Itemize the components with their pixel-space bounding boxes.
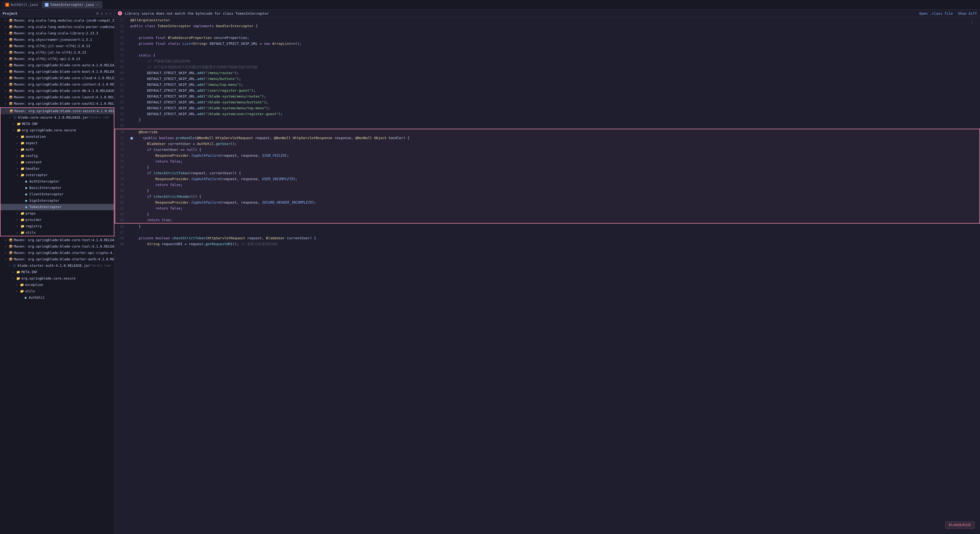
line-code-54[interactable]: private final BladeSecureProperties secu… (128, 35, 980, 41)
sidebar-item-meta-inf[interactable]: 📁 META-INF (0, 121, 114, 127)
tab-bar: J AuthUtil.java J TokenInterceptor.java … (0, 0, 980, 10)
sidebar-item-org-springblade-secure-2[interactable]: 📁 org.springblade.core.secure (0, 275, 115, 282)
line-code-70[interactable]: @Override (128, 129, 980, 135)
sidebar-item-auth-util[interactable]: ● AuthUtil (0, 294, 115, 301)
line-code-53[interactable] (128, 29, 980, 35)
line-code-57[interactable]: static { (128, 52, 980, 58)
sidebar-item-meta-inf-2[interactable]: 📁 META-INF (0, 269, 115, 275)
sidebar-item-maven-scala-lib[interactable]: 📦 Maven: org.scala-lang:scala-library:2.… (0, 30, 115, 37)
sidebar-item-annotation[interactable]: 📁 annotation (0, 134, 114, 140)
locate-icon[interactable]: ⊕ (96, 11, 99, 16)
code-line-73: 73 if (currentUser == null) { (115, 147, 980, 153)
sidebar-item-config[interactable]: 📁 config (0, 153, 114, 159)
sidebar-item-sign-interceptor[interactable]: ● SignInterceptor (0, 197, 114, 204)
code-line-88: 88 private boolean checkStrictToken(Http… (115, 235, 980, 241)
sidebar-item-auth-interceptor[interactable]: ● AuthInterceptor (0, 178, 114, 185)
line-code-64[interactable]: DEFAULT_STRICT_SKIP_URL.add("/blade-syst… (128, 94, 980, 99)
sidebar-item-props[interactable]: 📁 props (0, 210, 114, 217)
line-code-58[interactable]: // 严格模式默认跳过的URL (128, 58, 980, 64)
line-code-87[interactable] (128, 229, 980, 235)
line-code-69[interactable] (128, 123, 980, 129)
sidebar-item-auth[interactable]: 📁 auth (0, 146, 114, 153)
open-class-file-button[interactable]: Open .class file (919, 11, 953, 16)
show-diff-button[interactable]: Show diff (958, 11, 977, 16)
sidebar-item-maven-blade-auto[interactable]: 📦 Maven: org.springblade:blade-core-auto… (0, 62, 115, 68)
line-code-79[interactable]: return false; (128, 182, 980, 188)
sidebar-item-maven-blade-boot[interactable]: 📦 Maven: org.springblade:blade-core-boot… (0, 68, 115, 75)
sidebar-item-handler[interactable]: 📁 handler (0, 165, 114, 172)
sidebar-item-token-interceptor[interactable]: ● TokenInterceptor (0, 204, 114, 210)
sidebar-item-aspect[interactable]: 📁 aspect (0, 140, 114, 146)
line-code-56[interactable] (128, 47, 980, 52)
close-sidebar-icon[interactable]: ✕ (105, 11, 107, 16)
line-code-89[interactable]: String requestURI = request.getRequestUR… (128, 241, 980, 247)
sidebar-item-maven-blade-launch[interactable]: 📦 Maven: org.springblade:blade-core-laun… (0, 94, 115, 100)
sidebar-item-maven-blade-db[interactable]: 📦 Maven: org.springblade:blade-core-db:4… (0, 87, 115, 94)
tab-token-interceptor[interactable]: J TokenInterceptor.java ✕ (41, 1, 102, 8)
line-code-51[interactable]: @AllArgsConstructor (128, 17, 980, 23)
line-code-63[interactable]: DEFAULT_STRICT_SKIP_URL.add("/user/regis… (128, 87, 980, 94)
sidebar-item-constant[interactable]: 📁 constant (0, 159, 114, 165)
line-code-60[interactable]: DEFAULT_STRICT_SKIP_URL.add("/menu/route… (128, 70, 980, 76)
line-code-75[interactable]: return false; (128, 159, 980, 164)
sidebar-item-org-springblade-secure[interactable]: 📁 org.springblade.core.secure (0, 127, 114, 134)
sidebar-item-maven-blade-tool[interactable]: 📦 Maven: org.springblade:blade-core-tool… (0, 243, 115, 250)
line-code-84[interactable]: } (128, 211, 980, 217)
sidebar-item-maven-blade-api-crypto[interactable]: 📦 Maven: org.springblade:blade-starter-a… (0, 250, 115, 256)
sidebar-item-maven-blade-context[interactable]: 📦 Maven: org.springblade:blade-core-cont… (0, 81, 115, 87)
line-code-68[interactable]: } (128, 117, 980, 123)
sidebar-item-basic-interceptor[interactable]: ● BasicInterceptor (0, 185, 114, 191)
line-code-83[interactable]: return false; (128, 205, 980, 211)
sidebar-item-maven-jsonassert[interactable]: 📦 Maven: org.skyscreamer:jsonassert:1.5.… (0, 37, 115, 43)
line-code-59[interactable]: // 为了安全考虑目前不支持通过外部配置方式增加严格模式放行的功能 (128, 64, 980, 70)
tab-auth-util[interactable]: J AuthUtil.java (2, 1, 41, 8)
sidebar-item-maven-scala-compat[interactable]: 📦 Maven: org.scala-lang.modules:scala-ja… (0, 17, 115, 24)
line-code-82[interactable]: ResponseProvider.logAuthFailure(request,… (128, 200, 980, 205)
line-code-67[interactable]: DEFAULT_STRICT_SKIP_URL.add("/blade-syst… (128, 111, 980, 117)
sidebar-item-registry[interactable]: 📁 registry (0, 223, 114, 229)
line-code-78[interactable]: ResponseProvider.logAuthFailure(request,… (128, 176, 980, 182)
expand-icon[interactable]: ↕ (101, 11, 103, 16)
line-code-86[interactable]: } (128, 223, 980, 229)
sidebar-item-maven-blade-oauth2[interactable]: 📦 Maven: org.springblade:blade-core-oaut… (0, 100, 115, 107)
sidebar-item-blade-starter-auth-jar[interactable]: ⬡ blade-starter-auth-4.1.0.RELEASE.jar l… (0, 262, 115, 269)
line-code-71[interactable]: ⚡public boolean preHandle(@NonNull HttpS… (128, 135, 980, 141)
line-code-73[interactable]: if (currentUser == null) { (128, 147, 980, 153)
line-code-80[interactable]: } (128, 188, 980, 194)
sidebar-item-maven-scala-parser[interactable]: 📦 Maven: org.scala-lang.modules:scala-pa… (0, 24, 115, 30)
sidebar-item-provider[interactable]: 📁 provider (0, 217, 114, 223)
sidebar-item-blade-secure-jar[interactable]: ⬡ blade-core-secure-4.1.0.RELEASE.jar li… (0, 114, 114, 121)
sidebar-item-utils-2[interactable]: 📁 utils (0, 288, 115, 294)
tab-close-icon[interactable]: ✕ (95, 3, 99, 7)
line-number-87: 87 (115, 229, 128, 235)
line-code-88[interactable]: private boolean checkStrictToken(HttpSer… (128, 235, 980, 241)
line-code-74[interactable]: ResponseProvider.logAuthFailure(request,… (128, 153, 980, 159)
sidebar-item-interceptor[interactable]: 📁 interceptor (0, 172, 114, 178)
sidebar-item-client-interceptor[interactable]: ● ClientInterceptor (0, 191, 114, 197)
sidebar-item-maven-blade-starter-auth[interactable]: 📦 Maven: org.springblade:blade-starter-a… (0, 256, 115, 262)
line-code-61[interactable]: DEFAULT_STRICT_SKIP_URL.add("/menu/butto… (128, 76, 980, 82)
line-code-72[interactable]: BladeUser currentUser = AuthUtil.getUser… (128, 141, 980, 147)
sidebar-item-maven-jul-slf4j[interactable]: 📦 Maven: org.slf4j:jul-to-slf4j:2.0.13 (0, 49, 115, 56)
line-code-62[interactable]: DEFAULT_STRICT_SKIP_URL.add("/menu/top-m… (128, 82, 980, 87)
sidebar-item-maven-blade-cloud[interactable]: 📦 Maven: org.springblade:blade-core-clou… (0, 75, 115, 81)
line-code-66[interactable]: DEFAULT_STRICT_SKIP_URL.add("/blade-syst… (128, 105, 980, 111)
sidebar-item-maven-blade-secure[interactable]: 📦 Maven: org.springblade:blade-core-secu… (0, 108, 114, 114)
sidebar-item-exception[interactable]: 📁 exception (0, 282, 115, 288)
line-number-85: 85 (115, 217, 128, 223)
code-editor[interactable]: 51@AllArgsConstructor52public class Toke… (115, 17, 980, 534)
line-code-65[interactable]: DEFAULT_STRICT_SKIP_URL.add("/blade-syst… (128, 99, 980, 105)
line-code-77[interactable]: if (checkStrictToken(request, currentUse… (128, 170, 980, 176)
sidebar-item-maven-jcl-slf4j[interactable]: 📦 Maven: org.slf4j:jcl-over-slf4j:2.0.13 (0, 43, 115, 49)
sidebar-item-maven-slf4j-api[interactable]: 📦 Maven: org.slf4j:slf4j-api:2.0.13 (0, 56, 115, 62)
minimize-icon[interactable]: − (110, 11, 112, 16)
line-code-52[interactable]: public class TokenInterceptor implements… (128, 23, 980, 29)
line-code-76[interactable]: } (128, 164, 980, 170)
line-code-85[interactable]: return true; (128, 217, 980, 223)
editor-options-icon[interactable]: ⋮ (970, 19, 975, 24)
sidebar-item-utils[interactable]: 📁 utils (0, 229, 114, 236)
warning-bar: ! Library source does not match the byte… (115, 10, 980, 17)
line-code-55[interactable]: private final static List<String> DEFAUL… (128, 41, 980, 47)
line-code-81[interactable]: if (checkStrictHeader()) { (128, 194, 980, 200)
sidebar-item-maven-blade-test[interactable]: 📦 Maven: org.springblade:blade-core-test… (0, 237, 115, 243)
